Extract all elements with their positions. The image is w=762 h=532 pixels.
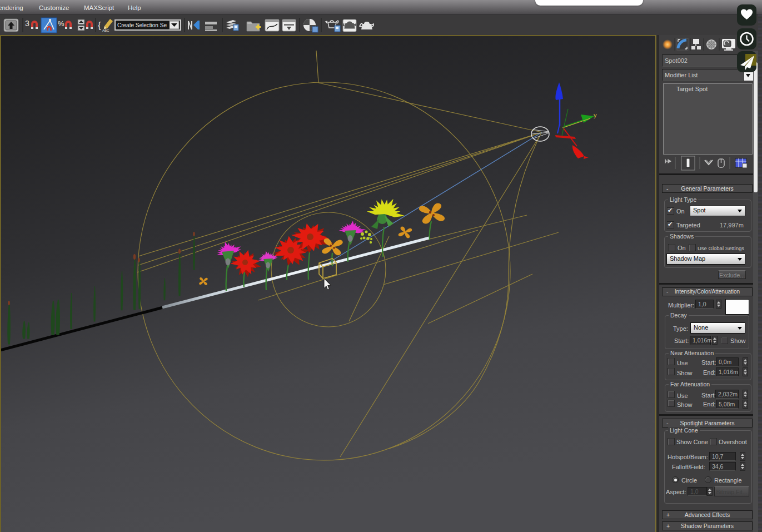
svg-text:3: 3 — [25, 19, 29, 28]
svg-text:ABC: ABC — [102, 29, 109, 32]
svg-text:y: y — [594, 112, 597, 118]
svg-text:{: { — [98, 20, 101, 31]
svg-text:%: % — [58, 19, 64, 28]
svg-text:Create Selection Se: Create Selection Se — [117, 22, 167, 28]
